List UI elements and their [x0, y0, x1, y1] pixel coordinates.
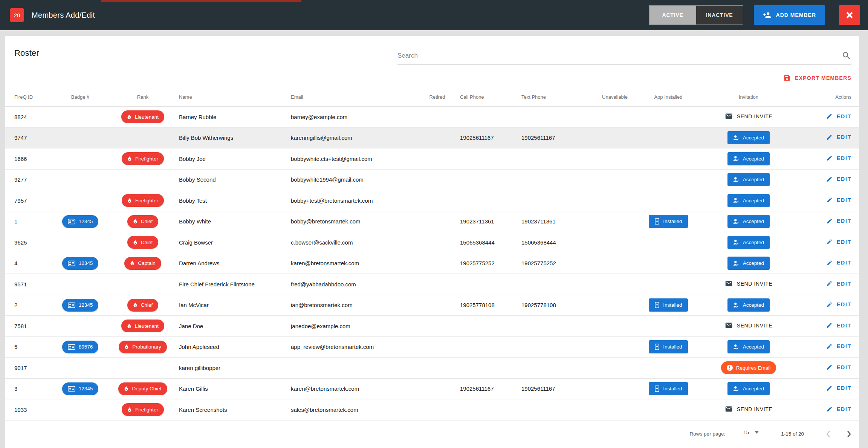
- rank-pill[interactable]: Chief: [127, 215, 159, 228]
- accepted-badge[interactable]: Accepted: [727, 173, 770, 186]
- accepted-badge[interactable]: Accepted: [727, 194, 770, 207]
- installed-badge[interactable]: Installed: [649, 340, 688, 353]
- badge-number-pill[interactable]: 89576: [62, 341, 99, 353]
- cell-email: fred@yabbadabbdoo.com: [291, 281, 414, 287]
- column-header-actions: Actions: [835, 94, 851, 100]
- table-row: 5 89576 Probationary John Appleseed app_…: [5, 337, 859, 358]
- edit-button[interactable]: EDIT: [826, 197, 851, 203]
- next-page-button[interactable]: [847, 430, 851, 438]
- search-input[interactable]: [397, 52, 842, 60]
- accepted-badge[interactable]: Accepted: [727, 215, 770, 228]
- cell-rank: Firefighter: [122, 152, 164, 165]
- cell-name: karen gillibopper: [179, 365, 291, 371]
- accepted-badge[interactable]: Accepted: [727, 382, 770, 395]
- flame-icon: [124, 386, 128, 391]
- table-row: 2 12345 Chief Ian McVicar ian@bretonsmar…: [5, 295, 859, 316]
- edit-button[interactable]: EDIT: [826, 322, 851, 329]
- edit-button[interactable]: EDIT: [826, 239, 851, 245]
- cell-name: John Appleseed: [179, 344, 291, 350]
- edit-button[interactable]: EDIT: [826, 280, 851, 287]
- chevron-right-icon: [847, 430, 851, 438]
- rank-pill[interactable]: Lieutenant: [121, 110, 164, 123]
- cell-fireq-id: 2: [14, 302, 54, 308]
- export-members-button[interactable]: EXPORT MEMBERS: [783, 73, 851, 83]
- accepted-badge[interactable]: Accepted: [727, 257, 770, 270]
- badge-number-pill[interactable]: 12345: [62, 299, 99, 312]
- cell-email: c.bowser@sackville.com: [291, 239, 414, 246]
- accepted-badge[interactable]: Accepted: [727, 131, 770, 144]
- cell-fireq-id: 3: [14, 385, 54, 392]
- cell-rank: Lieutenant: [121, 110, 164, 123]
- column-header-call-phone: Call Phone: [460, 94, 521, 100]
- envelope-icon: [725, 405, 733, 413]
- installed-badge[interactable]: Installed: [649, 215, 688, 228]
- accepted-badge[interactable]: Accepted: [727, 236, 770, 249]
- cell-actions: EDIT: [826, 113, 851, 121]
- edit-button[interactable]: EDIT: [826, 113, 851, 119]
- cell-invitation: Accepted: [727, 131, 770, 144]
- edit-button[interactable]: EDIT: [826, 406, 851, 412]
- accepted-badge[interactable]: Accepted: [727, 340, 770, 353]
- installed-badge[interactable]: Installed: [649, 298, 688, 312]
- installed-badge[interactable]: Installed: [649, 382, 688, 395]
- rows-per-page-select[interactable]: 15: [740, 430, 760, 438]
- badge-number-pill[interactable]: 12345: [62, 382, 99, 395]
- id-card-icon: [68, 302, 75, 308]
- cell-email: bobby+test@bretonsmartek.com: [291, 197, 414, 204]
- cell-email: bobbywhite1994@gmail.com: [291, 176, 414, 183]
- rank-pill[interactable]: Probationary: [119, 341, 167, 353]
- rank-pill[interactable]: Deputy Chief: [118, 382, 167, 395]
- edit-button[interactable]: EDIT: [826, 364, 851, 370]
- edit-button[interactable]: EDIT: [826, 176, 851, 182]
- cell-app-installed: Installed: [649, 340, 688, 353]
- cell-actions: EDIT: [826, 176, 851, 183]
- send-invite-button[interactable]: SEND INVITE: [725, 405, 773, 413]
- progress-bar: [101, 0, 301, 2]
- edit-button[interactable]: EDIT: [826, 385, 851, 391]
- cell-rank: Chief: [127, 299, 159, 312]
- send-invite-button[interactable]: SEND INVITE: [725, 280, 773, 287]
- badge-number-pill[interactable]: 12345: [62, 215, 99, 228]
- pencil-icon: [826, 364, 833, 370]
- rank-pill[interactable]: Chief: [127, 236, 159, 249]
- send-invite-button[interactable]: SEND INVITE: [725, 112, 773, 120]
- cell-invitation: Accepted: [727, 236, 770, 249]
- edit-button[interactable]: EDIT: [826, 134, 851, 141]
- cell-badge: 12345: [62, 215, 99, 228]
- send-invite-button[interactable]: SEND INVITE: [725, 321, 773, 329]
- requires-email-badge[interactable]: Requires Email: [721, 361, 776, 374]
- edit-button[interactable]: EDIT: [826, 218, 851, 224]
- rank-pill[interactable]: Firefighter: [122, 403, 164, 416]
- cell-actions: EDIT: [826, 218, 851, 225]
- edit-button[interactable]: EDIT: [826, 301, 851, 308]
- cell-name: Bobby Joe: [179, 156, 291, 162]
- accepted-badge[interactable]: Accepted: [727, 298, 770, 312]
- person-check-icon: [733, 156, 740, 162]
- table-row: 7957 Firefighter Bobby Test bobby+test@b…: [5, 190, 859, 211]
- flame-icon: [127, 156, 132, 162]
- person-check-icon: [733, 219, 740, 225]
- active-tab[interactable]: ACTIVE: [649, 6, 696, 24]
- edit-button[interactable]: EDIT: [826, 260, 851, 266]
- search-icon[interactable]: [842, 51, 851, 61]
- roster-card: Roster EXPORT MEMBERS FireQ ID Badge # R…: [5, 36, 859, 448]
- rank-pill[interactable]: Firefighter: [122, 194, 164, 207]
- edit-button[interactable]: EDIT: [826, 343, 851, 350]
- previous-page-button[interactable]: [826, 430, 830, 438]
- inactive-tab[interactable]: INACTIVE: [696, 6, 743, 24]
- add-member-button[interactable]: ADD MEMBER: [754, 5, 825, 25]
- rank-pill[interactable]: Captain: [124, 257, 161, 270]
- badge-number-pill[interactable]: 12345: [62, 257, 99, 270]
- rank-pill[interactable]: Chief: [127, 299, 159, 312]
- id-card-icon: [68, 260, 75, 266]
- edit-button[interactable]: EDIT: [826, 155, 851, 161]
- envelope-icon: [725, 321, 733, 329]
- rank-pill[interactable]: Lieutenant: [121, 320, 164, 332]
- rank-pill[interactable]: Firefighter: [122, 152, 164, 165]
- cell-fireq-id: 4: [14, 260, 54, 266]
- column-header-app-installed: App Installed: [654, 94, 682, 100]
- cell-invitation: Accepted: [727, 152, 770, 165]
- pencil-icon: [826, 280, 833, 287]
- accepted-badge[interactable]: Accepted: [727, 152, 770, 165]
- close-button[interactable]: [839, 5, 860, 25]
